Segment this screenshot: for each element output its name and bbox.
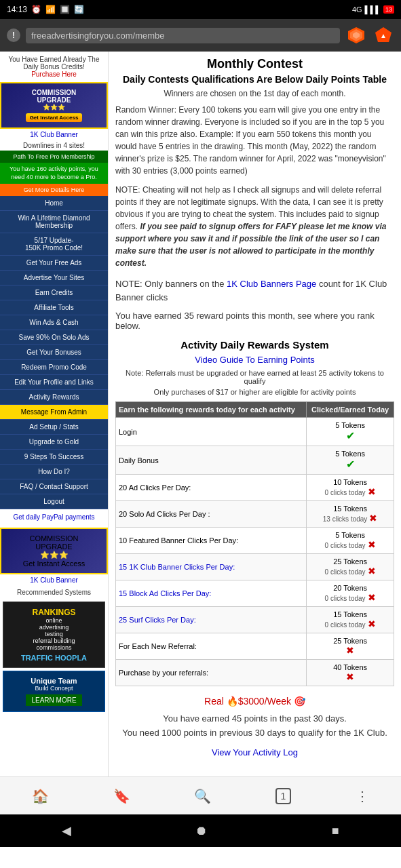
table-row: Purchase by your referrals: 40 Tokens✖ <box>116 660 394 686</box>
body-text: Random Winner: Every 100 tokens you earn… <box>115 104 394 177</box>
activity-login: Login <box>116 418 307 446</box>
sidebar-recommended: Recommended Systems <box>0 586 108 599</box>
unique-team-box[interactable]: Unique Team Build Concept LEARN MORE <box>3 671 105 712</box>
activity-log-anchor[interactable]: View Your Activity Log <box>212 747 298 757</box>
nav-profile[interactable]: Edit Your Profile and Links <box>0 375 108 390</box>
sidebar-paypal-text[interactable]: Get daily PayPal payments <box>0 509 108 525</box>
nav-home[interactable]: Home <box>0 196 108 211</box>
table-row: Login 5 Tokens✔ <box>116 418 394 446</box>
nav-advertise[interactable]: Advertise Your Sites <box>0 271 108 285</box>
android-home-button[interactable]: ⏺ <box>195 824 208 838</box>
sidebar-promo: Path To Free Pro Membership <box>0 151 108 163</box>
nav-solo-ads[interactable]: Save 90% On Solo Ads <box>0 330 108 345</box>
svg-text:▲: ▲ <box>380 32 387 39</box>
content-area: Monthly Contest Daily Contests Qualifica… <box>109 52 401 776</box>
brave-icon <box>345 24 367 46</box>
activity-block-ad: 15 Block Ad Clicks Per Day: <box>116 580 307 607</box>
nav-faq[interactable]: FAQ / Contact Support <box>0 479 108 494</box>
nav-how-do-i[interactable]: How Do I? <box>0 465 108 479</box>
1k-club-banners-link[interactable]: 1K Club Banners Page <box>227 279 316 289</box>
nav-promo-code[interactable]: Redeem Promo Code <box>0 360 108 375</box>
nav-free-ads[interactable]: Get Your Free Ads <box>0 256 108 271</box>
sidebar-second-banner-label[interactable]: 1K Club Banner <box>0 574 108 586</box>
main-container: You Have Earned Already The Daily Bonus … <box>0 52 401 776</box>
nav-upgrade-gold[interactable]: Upgrade to Gold <box>0 435 108 450</box>
status-check: ✔ <box>346 458 355 470</box>
activity-new-referral: For Each New Referral: <box>116 633 307 660</box>
rankings-box[interactable]: RANKINGS online advertising testing refe… <box>3 601 105 668</box>
status-x: ✖ <box>368 566 376 576</box>
promo-anchor[interactable]: Real 🔥$3000/Week 🎯 <box>204 696 305 707</box>
sidebar-banner-label[interactable]: 1K Club Banner <box>0 129 108 140</box>
reward-points-note: You have earned 35 reward points this mo… <box>115 311 394 331</box>
nav-logout[interactable]: Logout <box>0 494 108 509</box>
section-title: Activity Daily Rewards System <box>115 339 394 351</box>
network-type: 4G <box>352 5 362 14</box>
android-recents-button[interactable]: ■ <box>332 824 339 838</box>
sidebar-banner-image[interactable]: COMMISSION UPGRADE ⭐⭐⭐ Get Instant Acces… <box>0 82 108 129</box>
status-x: ✖ <box>346 645 354 656</box>
nav-affiliate-tools[interactable]: Affiliate Tools <box>0 300 108 315</box>
nav-ad-setup[interactable]: Ad Setup / Stats <box>0 420 108 435</box>
nav-9-steps[interactable]: 9 Steps To Success <box>0 450 108 465</box>
activity-1k-banner: 15 1K Club Banner Clicks Per Day: <box>116 554 307 580</box>
android-back-button[interactable]: ◀ <box>62 823 71 838</box>
video-guide-anchor[interactable]: Video Guide To Earning Points <box>195 355 315 365</box>
nav-search-button[interactable]: 🔍 <box>194 788 211 804</box>
status-x: ✖ <box>368 539 376 550</box>
rankings-line3: testing <box>6 631 102 637</box>
status-x: ✖ <box>369 513 377 524</box>
nav-tabs-button[interactable]: 1 <box>275 788 292 804</box>
referral-note: Note: Referrals must be upgraded or have… <box>115 369 394 385</box>
sidebar-top-text: You Have Earned Already The Daily Bonus … <box>0 52 108 82</box>
activity-featured-banner: 10 Featured Banner Clicks Per Day: <box>116 528 307 554</box>
points-earned: You have earned 45 points in the past 30… <box>115 713 394 724</box>
nav-diamond[interactable]: Win A Lifetime Diamond Membership <box>0 211 108 233</box>
purchase-here-link[interactable]: Purchase Here <box>31 71 77 78</box>
unique-team-title: Unique Team <box>6 677 102 685</box>
nav-promo-update[interactable]: 5/17 Update-150K Promo Code! <box>0 233 108 256</box>
sidebar-activity-text: You have 160 activity points, you need 4… <box>0 163 108 184</box>
nav-menu: Home Win A Lifetime Diamond Membership 5… <box>0 196 108 509</box>
activity-log-link-container: View Your Activity Log <box>115 747 394 757</box>
nav-message-admin[interactable]: Message From Admin <box>0 405 108 420</box>
table-row: For Each New Referral: 25 Tokens✖ <box>116 633 394 660</box>
table-row: 20 Solo Ad Clicks Per Day : 15 Tokens13 … <box>116 501 394 528</box>
activity-surf-clicks: 25 Surf Clicks Per Day: <box>116 607 307 633</box>
sim-icon: 🔲 <box>60 5 70 14</box>
nav-earn-credits[interactable]: Earn Credits <box>0 285 108 300</box>
status-bar: 14:13 ⏰ 📶 🔲 🔄 4G ▌▌▌ 13 <box>0 0 401 19</box>
table-row: 25 Surf Clicks Per Day: 15 Tokens0 click… <box>116 607 394 633</box>
status-x: ✖ <box>368 618 376 629</box>
browser-bar: ! freeadvertisingforyou.com/membe ▲ <box>0 19 401 52</box>
points-qualify: You need 1000 points in previous 30 days… <box>115 728 394 738</box>
nav-bonuses[interactable]: Get Your Bonuses <box>0 345 108 360</box>
sidebar-second-banner[interactable]: COMMISSION UPGRADE ⭐⭐⭐ Get Instant Acces… <box>0 528 108 574</box>
promo-link: Real 🔥$3000/Week 🎯 <box>115 696 394 707</box>
learn-more-button[interactable]: LEARN MORE <box>26 694 81 706</box>
battery-level: 13 <box>383 5 394 14</box>
sidebar-activity-btn[interactable]: Get More Details Here <box>0 184 108 196</box>
sidebar: You Have Earned Already The Daily Bonus … <box>0 52 109 776</box>
nav-bookmark-button[interactable]: 🔖 <box>113 788 130 804</box>
sidebar-downlines: Downlines in 4 sites! <box>0 140 108 151</box>
android-nav: ◀ ⏺ ■ <box>0 814 401 847</box>
table-row: 15 1K Club Banner Clicks Per Day: 25 Tok… <box>116 554 394 580</box>
activity-ad-clicks: 20 Ad Clicks Per Day: <box>116 475 307 501</box>
status-check: ✔ <box>346 430 355 441</box>
url-bar[interactable]: freeadvertisingforyou.com/membe <box>26 28 340 43</box>
table-row: 20 Ad Clicks Per Day: 10 Tokens0 clicks … <box>116 475 394 501</box>
rankings-line1: online <box>6 617 102 624</box>
note-text: NOTE: Cheating will not help as I check … <box>115 184 394 269</box>
activity-solo-clicks: 20 Solo Ad Clicks Per Day : <box>116 501 307 528</box>
signal-icon: ▌▌▌ <box>365 5 381 14</box>
security-warning-icon: ! <box>7 28 20 42</box>
nav-menu-button[interactable]: ⋮ <box>356 788 369 804</box>
rankings-line4: referral building <box>6 637 102 644</box>
nav-home-button[interactable]: 🏠 <box>32 788 49 804</box>
nav-activity-rewards[interactable]: Activity Rewards <box>0 390 108 405</box>
video-guide-link: Video Guide To Earning Points <box>115 355 394 365</box>
winners-note: Winners are chosen on the 1st day of eac… <box>115 89 394 98</box>
table-header-clicked: Clicked/Earned Today <box>307 402 394 418</box>
nav-win-ads[interactable]: Win Ads & Cash <box>0 315 108 330</box>
